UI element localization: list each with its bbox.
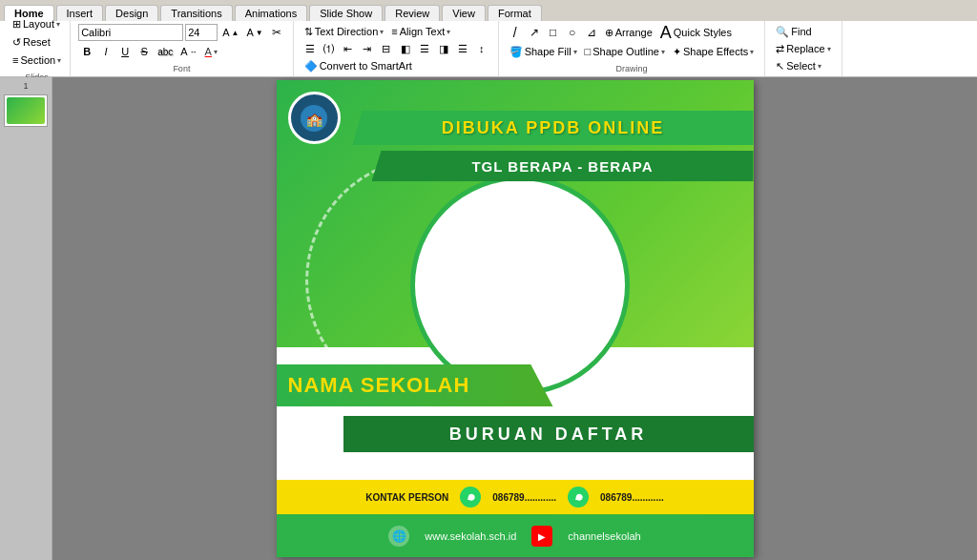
- char-space-button[interactable]: A↔: [177, 43, 199, 60]
- layout-icon: ⊞: [12, 18, 21, 31]
- slides-group: ⊞ Layout ▾ ↺ Reset ≡ Section ▾ Slides: [4, 21, 71, 76]
- increase-font-button[interactable]: A▲: [219, 24, 241, 41]
- paragraph-convert: 🔷 Convert to SmartArt: [301, 57, 490, 74]
- align-text-button[interactable]: ≡ Align Text ▾: [388, 23, 453, 40]
- text-direction-icon: ⇅: [304, 26, 313, 38]
- font-size-input[interactable]: [185, 24, 218, 41]
- shape-effects-button[interactable]: ✦ Shape Effects ▾: [670, 43, 757, 60]
- decrease-indent-button[interactable]: ⇤: [340, 40, 357, 57]
- reset-icon: ↺: [12, 36, 21, 49]
- reset-button[interactable]: ↺ Reset: [10, 33, 53, 51]
- ribbon: Home Insert Design Transitions Animation…: [0, 0, 977, 77]
- contact-label: KONTAK PERSON: [365, 492, 448, 503]
- font-group-label: Font: [78, 62, 285, 73]
- line-spacing-button[interactable]: ↕: [473, 40, 490, 57]
- slide-canvas[interactable]: 🏫 DIBUKA PPDB ONLINE TGL BERAPA - BERAPA…: [277, 80, 754, 557]
- select-button[interactable]: ↖ Select ▾: [773, 57, 824, 74]
- photo-circle-frame: [410, 176, 630, 395]
- font-name-input[interactable]: [78, 24, 183, 41]
- font-top-row: A▲ A▼ ✂: [78, 24, 285, 41]
- shapes-palette: / ↗ □ ○ ⊿: [507, 24, 600, 41]
- tab-format[interactable]: Format: [488, 5, 542, 21]
- bold-button[interactable]: B: [78, 43, 95, 60]
- arrange-button[interactable]: ⊕ Arrange: [602, 24, 655, 41]
- numbering-button[interactable]: ⑴: [321, 40, 338, 57]
- convert-smartart-button[interactable]: 🔷 Convert to SmartArt: [301, 57, 415, 74]
- line-tool[interactable]: /: [507, 24, 524, 41]
- contact-bar: KONTAK PERSON 086789............ 086789.…: [277, 480, 754, 514]
- replace-button[interactable]: ⇄ Replace ▾: [773, 40, 833, 57]
- font-color-icon: A: [205, 46, 212, 57]
- rect-tool[interactable]: □: [545, 24, 562, 41]
- underline-button[interactable]: U: [116, 43, 134, 60]
- whatsapp-icon-2: [568, 487, 589, 508]
- slide-number: 1: [23, 81, 28, 91]
- bullets-button[interactable]: ☰: [301, 40, 319, 57]
- find-icon: 🔍: [776, 26, 789, 38]
- logo-svg: 🏫: [295, 99, 333, 137]
- justify-button[interactable]: ☰: [454, 40, 471, 57]
- align-center-button[interactable]: ☰: [416, 40, 433, 57]
- content-area[interactable]: 🏫 DIBUKA PPDB ONLINE TGL BERAPA - BERAPA…: [52, 77, 977, 560]
- clear-format-button[interactable]: ✂: [268, 24, 285, 41]
- paragraph-bottom: ☰ ⑴ ⇤ ⇥ ⊟ ◧ ☰ ◨ ☰ ↕: [301, 40, 490, 57]
- editing-top: 🔍 Find: [773, 23, 833, 40]
- find-button[interactable]: 🔍 Find: [773, 23, 814, 40]
- replace-icon: ⇄: [776, 43, 784, 55]
- tab-view[interactable]: View: [442, 5, 486, 21]
- shape-fill-icon: 🪣: [509, 46, 523, 58]
- tab-animations[interactable]: Animations: [235, 5, 307, 21]
- font-color-dropdown[interactable]: ▾: [214, 48, 218, 56]
- editing-bottom: ⇄ Replace ▾: [773, 40, 833, 57]
- font-color-button[interactable]: A ▾: [202, 43, 220, 60]
- layout-dropdown-arrow[interactable]: ▾: [56, 20, 60, 29]
- main-area: 1: [0, 77, 977, 560]
- strikethrough-button[interactable]: S: [135, 43, 153, 60]
- editing-group: 🔍 Find ⇄ Replace ▾ ↖ Select ▾ Editing: [765, 21, 842, 76]
- shape-outline-button[interactable]: □ Shape Outline ▾: [582, 43, 668, 60]
- drawing-bottom: 🪣 Shape Fill ▾ □ Shape Outline ▾ ✦ Shape…: [507, 43, 758, 60]
- arrow-tool[interactable]: ↗: [526, 24, 543, 41]
- youtube-icon: ▶: [531, 526, 552, 547]
- italic-button[interactable]: I: [97, 43, 114, 60]
- shape-fill-button[interactable]: 🪣 Shape Fill ▾: [507, 43, 580, 60]
- layout-button[interactable]: ⊞ Layout ▾: [10, 15, 63, 32]
- phone-2: 086789............: [600, 492, 664, 503]
- convert-smartart-icon: 🔷: [304, 60, 318, 73]
- banner-date: TGL BERAPA - BERAPA: [372, 151, 754, 181]
- columns-button[interactable]: ⊟: [378, 40, 395, 57]
- font-bottom-row: B I U S abc A↔ A ▾: [78, 43, 285, 60]
- register-banner: BURUAN DAFTAR: [343, 416, 754, 452]
- align-text-icon: ≡: [391, 26, 397, 37]
- banner-ppdb: DIBUKA PPDB ONLINE: [353, 111, 754, 145]
- shadow-button[interactable]: abc: [155, 43, 176, 60]
- website-url: www.sekolah.sch.id: [425, 530, 516, 542]
- globe-icon: 🌐: [388, 526, 409, 547]
- text-direction-button[interactable]: ⇅ Text Direction ▾: [301, 23, 387, 40]
- section-button[interactable]: ≡ Section ▾: [10, 52, 64, 69]
- align-right-button[interactable]: ◨: [435, 40, 452, 57]
- school-name-banner: NAMA SEKOLAH: [277, 364, 553, 406]
- slide-thumbnail[interactable]: [4, 94, 48, 127]
- tab-design[interactable]: Design: [105, 5, 158, 21]
- tab-slideshow[interactable]: Slide Show: [309, 5, 383, 21]
- school-name-text: NAMA SEKOLAH: [288, 373, 470, 398]
- tab-transitions[interactable]: Transitions: [160, 5, 232, 21]
- more-shapes[interactable]: ⊿: [583, 24, 600, 41]
- ribbon-tabs: Home Insert Design Transitions Animation…: [0, 0, 977, 21]
- channel-name: channelsekolah: [568, 530, 640, 542]
- oval-tool[interactable]: ○: [564, 24, 581, 41]
- whatsapp-icon-1: [460, 487, 481, 508]
- tab-review[interactable]: Review: [385, 5, 440, 21]
- paragraph-group: ⇅ Text Direction ▾ ≡ Align Text ▾ ☰ ⑴ ⇤ …: [294, 21, 499, 76]
- align-left-button[interactable]: ◧: [397, 40, 414, 57]
- decrease-font-button[interactable]: A▼: [243, 24, 265, 41]
- shape-outline-icon: □: [585, 46, 592, 57]
- slides-group-buttons: ⊞ Layout ▾ ↺ Reset ≡ Section ▾: [10, 15, 64, 69]
- quick-styles-button[interactable]: A Quick Styles: [657, 24, 735, 41]
- paragraph-top: ⇅ Text Direction ▾ ≡ Align Text ▾: [301, 23, 490, 40]
- increase-indent-button[interactable]: ⇥: [359, 40, 376, 57]
- clear-format-icon: ✂: [272, 26, 281, 39]
- drawing-group-label: Drawing: [507, 62, 758, 73]
- section-dropdown-arrow[interactable]: ▾: [57, 56, 61, 65]
